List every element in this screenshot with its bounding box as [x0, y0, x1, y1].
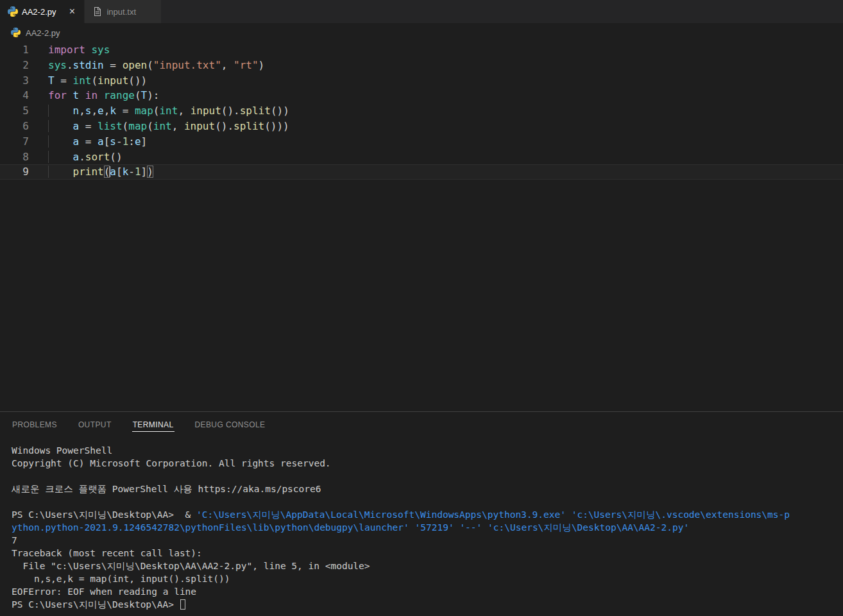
code-token: "rt" [234, 59, 259, 71]
code-line-text: import sys [48, 42, 110, 58]
terminal-line: PS C:\Users\지미닝\Desktop\AA> [12, 598, 843, 611]
code-line[interactable]: 2sys.stdin = open("input.txt", "rt") [0, 58, 843, 73]
terminal-line: Copyright (C) Microsoft Corporation. All… [12, 457, 843, 470]
line-number: 5 [0, 103, 29, 119]
code-line-text: a = list(map(int, input().split())) [48, 119, 289, 134]
panel-tab-problems[interactable]: PROBLEMS [12, 418, 58, 432]
terminal-line: 7 [12, 534, 843, 547]
code-token: , [178, 105, 190, 117]
terminal-line: n,s,e,k = map(int, input().split()) [12, 572, 843, 585]
code-token: = [55, 74, 73, 87]
code-token: in [85, 89, 98, 101]
tab-aa2-2-py[interactable]: AA2-2.py × [0, 0, 85, 23]
terminal-line: ython.python-2021.9.1246542782\pythonFil… [12, 521, 843, 534]
code-token: . [67, 59, 73, 71]
terminal-line: Windows PowerShell [12, 444, 843, 457]
code-line[interactable]: 9 print(a[k-1]) [0, 164, 843, 180]
code-token: = [104, 59, 123, 71]
code-token: ( [147, 59, 153, 71]
code-token: t [73, 89, 80, 101]
terminal-text: Copyright (C) Microsoft Corporation. All… [12, 458, 331, 468]
line-number: 2 [0, 58, 29, 73]
terminal-line [12, 470, 843, 483]
code-token: split [240, 105, 271, 117]
code-token: a [73, 120, 80, 132]
terminal-text [482, 522, 488, 533]
code-token: n [73, 105, 80, 117]
terminal-output[interactable]: Windows PowerShellCopyright (C) Microsof… [0, 438, 843, 611]
panel-tab-output[interactable]: OUTPUT [78, 418, 112, 432]
code-token [98, 89, 104, 101]
code-token: k [123, 166, 129, 178]
code-token: e [135, 135, 141, 148]
code-line[interactable]: 7 a = a[s-1:e] [0, 134, 843, 150]
terminal-line: PS C:\Users\지미닝\Desktop\AA> & 'C:\Users\… [12, 508, 843, 521]
breadcrumb[interactable]: AA2-2.py [0, 23, 843, 42]
code-area[interactable]: 1import sys2sys.stdin = open("input.txt"… [0, 42, 843, 180]
code-token: map [135, 105, 153, 117]
code-token: int [73, 74, 92, 87]
terminal-text: 새로운 크로스 플랫폼 PowerShell 사용 https://aka.ms… [12, 484, 321, 494]
terminal-text: Windows PowerShell [12, 445, 112, 456]
terminal-line: Traceback (most recent call last): [12, 547, 843, 560]
code-token [48, 151, 73, 163]
line-number: 7 [0, 134, 29, 150]
code-token: ( [147, 120, 153, 132]
code-line[interactable]: 1import sys [0, 42, 843, 58]
tab-input-txt[interactable]: input.txt [85, 0, 162, 23]
text-file-icon [92, 6, 103, 17]
code-line[interactable]: 8 a.sort() [0, 150, 843, 165]
line-number: 6 [0, 119, 29, 134]
code-token: list [98, 120, 123, 132]
code-token: = [79, 120, 98, 132]
code-token: ) [259, 59, 265, 71]
code-token [48, 120, 73, 132]
code-token: = [116, 105, 135, 117]
terminal-text: ython.python-2021.9.1246542782\pythonFil… [12, 522, 409, 533]
code-token: , [104, 105, 110, 117]
code-line[interactable]: 5 n,s,e,k = map(int, input().split()) [0, 103, 843, 119]
code-token: () [110, 151, 122, 163]
code-token: ()) [271, 105, 289, 117]
terminal-text: Traceback (most recent call last): [12, 548, 202, 558]
code-token: , [221, 59, 234, 71]
code-token: split [234, 120, 264, 132]
code-token: ): [147, 89, 159, 101]
code-token: T [141, 89, 148, 101]
terminal-text: '--' [459, 522, 482, 533]
code-token: sort [85, 151, 110, 163]
terminal-line: 새로운 크로스 플랫폼 PowerShell 사용 https://aka.ms… [12, 483, 843, 495]
code-line[interactable]: 6 a = list(map(int, input().split())) [0, 119, 843, 134]
code-line-text: a = a[s-1:e] [48, 134, 147, 150]
panel-tab-terminal[interactable]: TERMINAL [132, 418, 175, 432]
editor-tab-bar: AA2-2.py × input.txt [0, 0, 843, 23]
code-line-text: T = int(input()) [48, 73, 147, 89]
terminal-text [409, 522, 415, 533]
python-icon [11, 28, 21, 38]
line-number: 3 [0, 73, 29, 89]
line-number: 4 [0, 88, 29, 103]
terminal-text: File "c:\Users\지미닝\Desktop\AA\AA2-2.py",… [12, 561, 370, 571]
terminal-cursor [180, 599, 185, 610]
close-icon[interactable]: × [66, 6, 78, 17]
code-token: ) [147, 166, 153, 178]
code-token: ( [123, 120, 129, 132]
code-token [85, 44, 92, 56]
terminal-text: 7 [12, 535, 17, 545]
code-token: ] [141, 135, 148, 148]
terminal-text: 'c:\Users\지미닝\Desktop\AA\AA2-2.py' [488, 522, 689, 533]
terminal-text: 'c:\Users\지미닝\.vscode\extensions\ms-p [572, 509, 790, 520]
bottom-panel: PROBLEMS OUTPUT TERMINAL DEBUG CONSOLE W… [0, 411, 843, 611]
code-line[interactable]: 4for t in range(T): [0, 88, 843, 103]
code-token: [ [104, 135, 110, 148]
code-line-text: n,s,e,k = map(int, input().split()) [48, 103, 289, 119]
code-line[interactable]: 3T = int(input()) [0, 73, 843, 89]
code-token: sys [91, 44, 110, 56]
code-token: int [159, 105, 178, 117]
code-token [48, 135, 73, 148]
code-token: input [98, 74, 128, 87]
panel-tab-debug-console[interactable]: DEBUG CONSOLE [194, 418, 266, 432]
code-token: ( [91, 74, 98, 87]
terminal-line [12, 495, 843, 508]
terminal-text [566, 509, 572, 520]
